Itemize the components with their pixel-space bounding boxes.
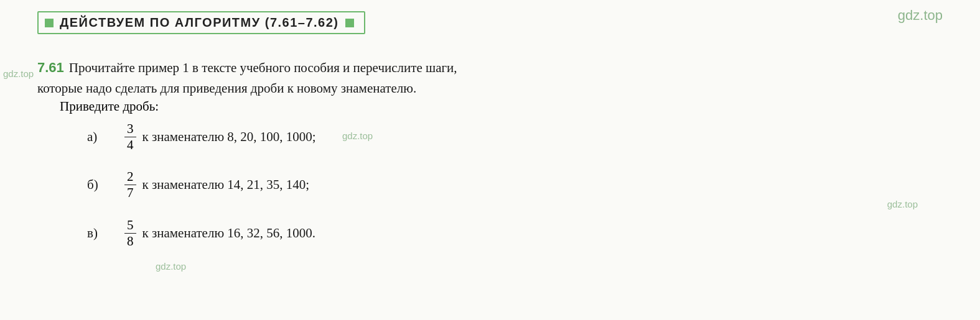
part-rest-c: к знаменателю 16, 32, 56, 1000. bbox=[142, 226, 316, 241]
fraction-b-num: 2 bbox=[124, 170, 136, 185]
part-label-b: б) bbox=[87, 177, 118, 193]
fraction-c-num: 5 bbox=[124, 218, 136, 234]
fraction-b: 2 7 bbox=[124, 170, 136, 200]
part-row-b: б) 2 7 к знаменателю 14, 21, 35, 140; bbox=[87, 170, 943, 200]
part-label-a: а) bbox=[87, 129, 118, 145]
header-box: Действуем по алгоритму (7.61–7.62) bbox=[37, 11, 365, 34]
fraction-c-den: 8 bbox=[124, 234, 136, 249]
fraction-c: 5 8 bbox=[124, 218, 136, 249]
fraction-a-num: 3 bbox=[124, 122, 136, 137]
part-rest-a: к знаменателю 8, 20, 100, 1000; bbox=[142, 129, 316, 145]
problem-intro-line1: Прочитайте пример 1 в тексте учебного по… bbox=[69, 58, 457, 78]
watermark-left: gdz.top bbox=[3, 68, 34, 79]
part-row-c: в) 5 8 к знаменателю 16, 32, 56, 1000. bbox=[87, 218, 943, 249]
problem-intro: 7.61 Прочитайте пример 1 в тексте учебно… bbox=[37, 57, 943, 78]
part-rest-b: к знаменателю 14, 21, 35, 140; bbox=[142, 177, 310, 193]
parts-container: а) 3 4 к знаменателю 8, 20, 100, 1000; б… bbox=[87, 122, 943, 249]
fraction-b-den: 7 bbox=[124, 185, 136, 200]
problem-intro-line2: которые надо сделать для приведения дроб… bbox=[37, 81, 943, 96]
header-title: Действуем по алгоритму (7.61–7.62) bbox=[60, 16, 339, 30]
part-row-a: а) 3 4 к знаменателю 8, 20, 100, 1000; bbox=[87, 122, 943, 152]
watermark-center3: gdz.top bbox=[156, 261, 186, 272]
header-row: Действуем по алгоритму (7.61–7.62) bbox=[37, 11, 943, 45]
problem-number: 7.61 bbox=[37, 57, 64, 78]
fraction-a-den: 4 bbox=[124, 137, 136, 152]
part-label-c: в) bbox=[87, 226, 118, 241]
page-container: gdz.top gdz.top gdz.top gdz.top gdz.top … bbox=[0, 0, 980, 320]
problem-block: 7.61 Прочитайте пример 1 в тексте учебно… bbox=[37, 57, 943, 114]
fraction-a: 3 4 bbox=[124, 122, 136, 152]
problem-sub: Приведите дробь: bbox=[60, 99, 943, 114]
